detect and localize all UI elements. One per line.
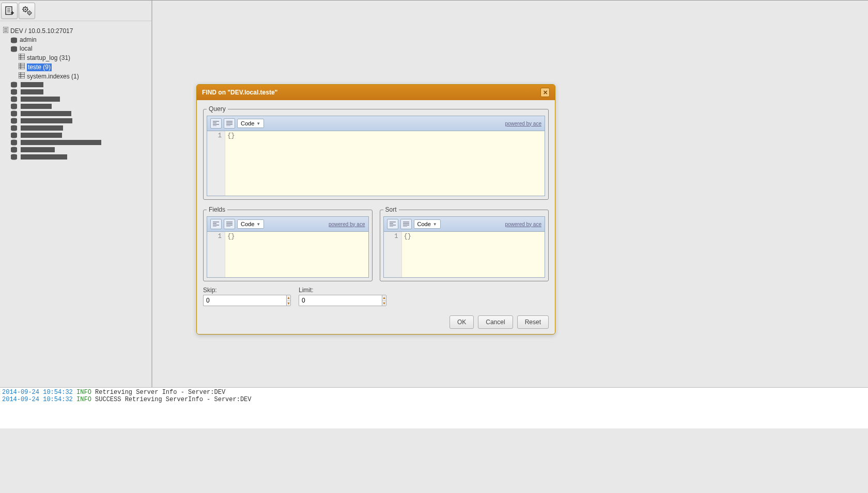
database-icon (10, 37, 18, 43)
collection-node[interactable]: system.indexes (1) (3, 72, 149, 81)
database-node-redacted[interactable] (3, 132, 149, 139)
db-label: admin (20, 36, 37, 44)
caret-down-icon: ▼ (256, 222, 260, 227)
ok-button[interactable]: OK (450, 315, 474, 329)
add-document-icon (4, 6, 14, 16)
svg-line-14 (23, 10, 24, 11)
query-code-area[interactable]: 1 {} (207, 131, 545, 196)
redacted-label (21, 133, 62, 138)
align-justify-icon (226, 121, 233, 126)
database-node-admin[interactable]: admin (3, 36, 149, 44)
limit-spin-up[interactable]: ▲ (382, 295, 386, 301)
dialog-close-button[interactable]: ✕ (540, 88, 550, 97)
skip-spin-down[interactable]: ▼ (287, 301, 290, 306)
align-left-button[interactable] (210, 219, 222, 229)
powered-by-link[interactable]: powered by ace (505, 121, 541, 126)
database-node-redacted[interactable] (3, 153, 149, 161)
query-fieldset: Query Code▼ powered by ace 1 {} (203, 105, 549, 200)
redacted-label (21, 97, 60, 102)
gears-icon (21, 5, 33, 17)
database-node-local[interactable]: local (3, 44, 149, 53)
powered-by-link[interactable]: powered by ace (329, 221, 365, 227)
database-icon (10, 125, 18, 131)
mode-select[interactable]: Code▼ (237, 119, 264, 128)
sort-editor: Code▼ powered by ace 1 {} (383, 216, 546, 278)
collection-icon (19, 54, 25, 62)
database-icon (10, 139, 18, 146)
align-both-button[interactable] (224, 118, 235, 129)
powered-by-link[interactable]: powered by ace (505, 221, 541, 227)
mode-select[interactable]: Code▼ (237, 219, 264, 229)
database-icon (10, 96, 18, 102)
fields-fieldset: Fields Code▼ powered by ace 1 {} (203, 206, 373, 281)
line-gutter: 1 (207, 232, 225, 277)
svg-point-7 (25, 8, 26, 10)
mode-select[interactable]: Code▼ (414, 219, 441, 229)
add-server-button[interactable] (1, 3, 18, 19)
align-left-icon (213, 121, 219, 126)
sidebar: DEV / 10.0.5.10:27017 admin local startu… (0, 1, 152, 387)
database-icon (10, 103, 18, 109)
align-both-button[interactable] (400, 219, 412, 229)
database-node-redacted[interactable] (3, 146, 149, 153)
limit-input[interactable] (299, 295, 382, 306)
coll-label: startup_log (31) (27, 54, 70, 62)
align-justify-icon (403, 221, 409, 227)
log-line: 2014-09-24 10:54:32 INFO SUCCESS Retriev… (2, 396, 866, 403)
svg-rect-32 (19, 63, 25, 69)
redacted-label (21, 147, 55, 152)
reset-button[interactable]: Reset (517, 315, 549, 329)
fields-legend: Fields (207, 206, 227, 213)
log-panel: 2014-09-24 10:54:32 INFO Retrieving Serv… (0, 387, 868, 428)
database-node-redacted[interactable] (3, 96, 149, 103)
database-node-redacted[interactable] (3, 117, 149, 124)
database-node-redacted[interactable] (3, 103, 149, 110)
caret-down-icon: ▼ (433, 222, 437, 227)
server-label: DEV / 10.0.5.10:27017 (10, 27, 73, 35)
database-node-redacted[interactable] (3, 110, 149, 117)
redacted-label (21, 82, 43, 87)
svg-line-12 (23, 7, 24, 7)
settings-button[interactable] (19, 3, 35, 19)
dialog-header[interactable]: FIND on "DEV.local.teste" ✕ (197, 85, 555, 100)
align-left-button[interactable] (387, 219, 398, 229)
database-icon (10, 89, 18, 95)
fields-editor: Code▼ powered by ace 1 {} (207, 216, 369, 278)
database-icon (10, 82, 18, 88)
collection-icon (19, 63, 25, 71)
limit-label: Limit: (299, 287, 384, 294)
coll-label: system.indexes (1) (27, 73, 79, 81)
align-left-button[interactable] (210, 118, 222, 129)
log-line: 2014-09-24 10:54:32 INFO Retrieving Serv… (2, 389, 866, 396)
skip-input[interactable] (203, 295, 286, 306)
collection-node-selected[interactable]: teste (9) (3, 62, 149, 72)
collection-node[interactable]: startup_log (31) (3, 53, 149, 62)
align-both-button[interactable] (224, 219, 235, 229)
sort-legend: Sort (383, 206, 399, 213)
database-icon (10, 46, 18, 52)
server-node[interactable]: DEV / 10.0.5.10:27017 (3, 26, 149, 36)
svg-rect-28 (19, 54, 25, 60)
database-node-redacted[interactable] (3, 124, 149, 132)
server-icon (3, 27, 8, 35)
svg-point-17 (29, 12, 30, 13)
query-editor: Code▼ powered by ace 1 {} (207, 116, 545, 196)
limit-spin-down[interactable]: ▼ (382, 301, 386, 306)
svg-line-15 (27, 7, 27, 7)
database-node-redacted[interactable] (3, 81, 149, 88)
fields-code-area[interactable]: 1 {} (207, 232, 368, 277)
database-node-redacted[interactable] (3, 139, 149, 146)
skip-spin-up[interactable]: ▲ (287, 295, 290, 301)
line-gutter: 1 (207, 131, 225, 196)
redacted-label (21, 111, 71, 116)
database-icon (10, 118, 18, 124)
redacted-label (21, 125, 63, 131)
caret-down-icon: ▼ (256, 121, 260, 126)
sort-code-area[interactable]: 1 {} (384, 232, 545, 277)
tree-view: DEV / 10.0.5.10:27017 admin local startu… (0, 21, 151, 163)
close-icon: ✕ (543, 89, 548, 96)
database-node-redacted[interactable] (3, 88, 149, 96)
database-icon (10, 147, 18, 153)
cancel-button[interactable]: Cancel (478, 315, 513, 329)
skip-label: Skip: (203, 287, 288, 294)
